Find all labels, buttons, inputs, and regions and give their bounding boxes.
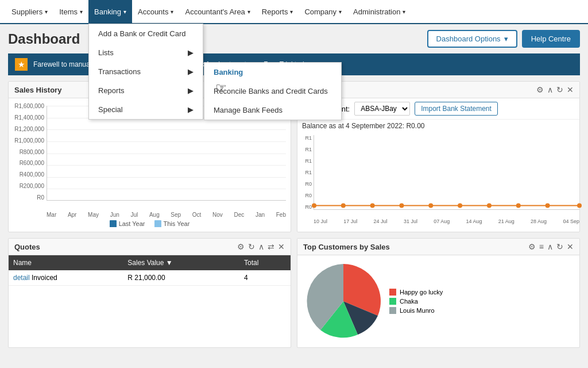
nav-accountants-area[interactable]: Accountant's Area ▾ [179, 0, 256, 24]
bank-account-select[interactable]: ABSA-JBay [354, 102, 410, 116]
svg-point-2 [341, 204, 346, 208]
chevron-down-icon: ▾ [123, 9, 126, 15]
banking-dropdown: Add a Bank or Credit Card Lists ▶ Transa… [88, 24, 203, 120]
top-customers-widget: Top Customers by Sales ⚙ ≡ ∧ ↻ ✕ [297, 238, 580, 348]
col-total: Total [239, 255, 291, 270]
chevron-down-icon: ▾ [504, 34, 508, 43]
svg-point-10 [577, 204, 582, 208]
chart-y-axis: R1,600,000 R1,400,000 R1,200,000 R1,000,… [13, 103, 47, 201]
svg-point-7 [487, 204, 492, 208]
help-centre-button[interactable]: Help Centre [522, 30, 580, 48]
sales-value-cell: R 21,000.00 [123, 270, 239, 286]
refresh-icon-2[interactable]: ↻ [248, 242, 255, 251]
dropdown-lists[interactable]: Lists ▶ [89, 43, 203, 62]
chart-x-axis: MarAprMayJunJulAugSepOctNovDecJanFeb [47, 212, 286, 218]
top-customers-title: Top Customers by Sales [303, 243, 390, 251]
top-customers-controls-icons: ⚙ ≡ ∧ ↻ ✕ [528, 242, 574, 251]
quotes-body: Name Sales Value ▼ Total detail Invoiced… [9, 255, 291, 286]
banking-chart: R1 R1 R1 R1 R0 R0 R0 [297, 132, 579, 224]
col-name: Name [9, 255, 123, 270]
quotes-table: Name Sales Value ▼ Total detail Invoiced… [9, 255, 291, 286]
close-icon[interactable]: ✕ [567, 242, 574, 251]
nav-accounts[interactable]: Accounts ▾ [132, 0, 179, 24]
gear-icon[interactable]: ⚙ [528, 242, 536, 251]
chevron-right-icon: ▶ [188, 48, 194, 57]
svg-point-1 [312, 204, 316, 208]
svg-point-6 [458, 204, 462, 208]
chevron-down-icon: ▾ [290, 9, 293, 15]
sync-icon[interactable]: ⇄ [268, 242, 274, 251]
pie-chart [303, 261, 384, 342]
dashboard-options-button[interactable]: Dashboard Options ▾ [427, 30, 517, 48]
this-year-legend-color [154, 220, 161, 227]
close-icon[interactable]: ✕ [567, 85, 574, 94]
top-customers-header: Top Customers by Sales ⚙ ≡ ∧ ↻ ✕ [297, 239, 579, 255]
detail-link[interactable]: detail [13, 274, 30, 282]
col-sales-value: Sales Value ▼ [123, 255, 239, 270]
quotes-title: Quotes [14, 243, 40, 251]
refresh-icon[interactable]: ↻ [556, 242, 563, 251]
chevron-down-icon: ▾ [403, 9, 405, 15]
dropdown-add-bank[interactable]: Add a Bank or Credit Card [89, 24, 203, 43]
nav-company[interactable]: Company ▾ [299, 0, 347, 24]
total-cell: 4 [239, 270, 291, 286]
sub-item-manage-feeds[interactable]: Manage Bank Feeds [204, 101, 341, 120]
page-title: Dashboard [8, 31, 80, 47]
chevron-up-icon[interactable]: ∧ [258, 242, 264, 251]
header-buttons: Dashboard Options ▾ Help Centre [427, 30, 580, 48]
nav-reports[interactable]: Reports ▾ [256, 0, 299, 24]
gear-icon[interactable]: ⚙ [237, 242, 245, 251]
chevron-down-icon: ▾ [247, 9, 250, 15]
chevron-right-icon: ▶ [188, 86, 194, 95]
gear-icon[interactable]: ⚙ [536, 85, 544, 94]
chevron-right-icon: ▶ [188, 67, 194, 76]
legend-color-chaka [389, 298, 396, 305]
svg-point-3 [370, 204, 375, 208]
quotes-header: Quotes ⚙ ↻ ∧ ⇄ ✕ [9, 239, 291, 255]
chevron-down-icon: ▾ [339, 9, 342, 15]
nav-items[interactable]: Items ▾ [53, 0, 88, 24]
quotes-widget: Quotes ⚙ ↻ ∧ ⇄ ✕ Name Sales Value ▼ Tota… [8, 238, 291, 348]
banking-controls-icons: ⚙ ∧ ↻ ✕ [536, 85, 574, 94]
banking-line-svg [314, 135, 579, 209]
dropdown-reports[interactable]: Reports ▶ [89, 81, 203, 100]
quotes-table-header: Name Sales Value ▼ Total [9, 255, 291, 270]
nav-banking[interactable]: Banking ▾ Add a Bank or Credit Card List… [88, 0, 132, 24]
chevron-up-icon[interactable]: ∧ [547, 242, 553, 251]
last-year-legend-color [110, 220, 117, 227]
quotes-row: detail Invoiced R 21,000.00 4 [9, 270, 291, 286]
sales-chart: R1,600,000 R1,400,000 R1,200,000 R1,000,… [13, 103, 286, 218]
svg-point-5 [428, 204, 433, 208]
banking-line-chart [314, 135, 579, 210]
chevron-down-icon: ▾ [45, 9, 48, 15]
chevron-down-icon: ▾ [80, 9, 83, 15]
sub-item-reconcile[interactable]: Reconcile Banks and Credit Cards [204, 82, 341, 101]
dropdown-special[interactable]: Special ▶ [89, 100, 203, 119]
svg-point-8 [516, 204, 521, 208]
nav-suppliers[interactable]: Suppliers ▾ [6, 0, 53, 24]
balance-display: Balance as at 4 September 2022: R0.00 [297, 120, 579, 132]
nav-administration[interactable]: Administration ▾ [347, 0, 411, 24]
banking-y-axis: R1 R1 R1 R1 R0 R0 R0 [297, 135, 314, 210]
svg-point-4 [399, 204, 404, 208]
import-bank-statement-button[interactable]: Import Bank Statement [415, 102, 498, 116]
dashboard-grid: Sales History ⚙ ∧ ↻ ✕ R1,600,000 R1,400,… [8, 81, 580, 348]
star-icon: ★ [15, 58, 28, 71]
close-icon[interactable]: ✕ [278, 242, 285, 251]
refresh-icon[interactable]: ↻ [556, 85, 563, 94]
transactions-sub-dropdown: Banking Reconcile Banks and Credit Cards… [204, 62, 342, 120]
chevron-down-icon: ▾ [171, 9, 173, 15]
chart-legend: Last Year This Year [13, 220, 286, 227]
sales-history-title: Sales History [14, 86, 61, 94]
list-icon[interactable]: ≡ [539, 242, 544, 251]
banking-x-axis: 10 Jul17 Jul24 Jul31 Jul07 Aug14 Aug21 A… [314, 218, 579, 224]
quotes-controls-icons: ⚙ ↻ ∧ ⇄ ✕ [237, 242, 285, 251]
top-customers-body: Happy go lucky Chaka Louis Munro [297, 255, 579, 347]
pie-chart-svg [303, 261, 384, 342]
legend-color-happy [389, 289, 396, 296]
dropdown-transactions[interactable]: Transactions ▶ Banking Reconcile Banks a… [89, 62, 203, 81]
top-nav: Suppliers ▾ Items ▾ Banking ▾ Add a Bank… [0, 0, 588, 24]
chevron-right-icon: ▶ [188, 105, 194, 114]
sub-item-banking[interactable]: Banking [204, 63, 341, 82]
chevron-up-icon[interactable]: ∧ [547, 85, 553, 94]
